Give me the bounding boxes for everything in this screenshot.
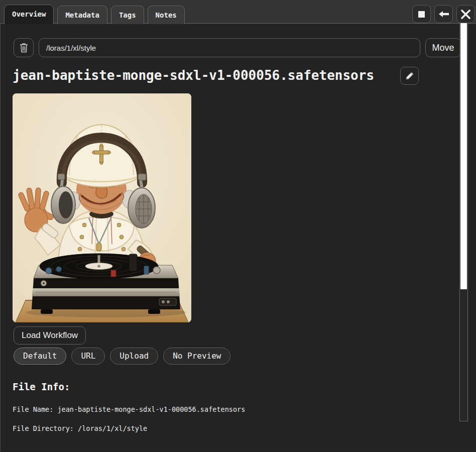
move-button[interactable]: Move xyxy=(425,38,461,57)
file-name-line: File Name: jean-baptiste-monge-sdxl-v1-0… xyxy=(13,405,245,413)
window-controls xyxy=(412,5,475,23)
preview-image xyxy=(13,93,191,322)
tab-tags[interactable]: Tags xyxy=(111,6,144,24)
preview-source-buttons: Default URL Upload No Preview xyxy=(14,348,230,365)
tab-bar: Overview Metadata Tags Notes xyxy=(4,5,185,24)
edit-name-button[interactable] xyxy=(400,67,419,85)
delete-button[interactable] xyxy=(14,38,34,57)
back-button[interactable] xyxy=(434,5,453,23)
overview-panel: Move jean-baptiste-monge-sdxl-v1-000056.… xyxy=(0,23,476,452)
load-workflow-button[interactable]: Load Workflow xyxy=(14,326,86,345)
preview-source-default[interactable]: Default xyxy=(14,348,66,365)
maximize-icon xyxy=(418,11,425,18)
close-icon xyxy=(461,10,470,19)
close-button[interactable] xyxy=(456,5,475,23)
preview-source-url[interactable]: URL xyxy=(71,348,105,365)
scrollbar-track[interactable] xyxy=(459,6,468,421)
file-title: jean-baptiste-monge-sdxl-v1-000056.safet… xyxy=(13,66,374,84)
back-arrow-icon xyxy=(438,10,449,18)
pencil-icon xyxy=(405,72,414,80)
preview-source-upload[interactable]: Upload xyxy=(110,348,158,365)
tab-notes[interactable]: Notes xyxy=(148,6,185,24)
tab-overview[interactable]: Overview xyxy=(4,5,54,24)
file-directory-line: File Directory: /loras/1/xl/style xyxy=(13,424,147,432)
trash-icon xyxy=(20,43,28,53)
maximize-button[interactable] xyxy=(412,5,431,23)
preview-source-no-preview[interactable]: No Preview xyxy=(163,348,230,365)
path-input[interactable] xyxy=(39,38,420,57)
file-info-heading: File Info: xyxy=(13,381,70,392)
window-header: Overview Metadata Tags Notes xyxy=(0,0,476,23)
scrollbar-thumb[interactable] xyxy=(460,8,467,289)
pope-dj-illustration xyxy=(13,93,191,322)
tab-metadata[interactable]: Metadata xyxy=(57,6,107,24)
